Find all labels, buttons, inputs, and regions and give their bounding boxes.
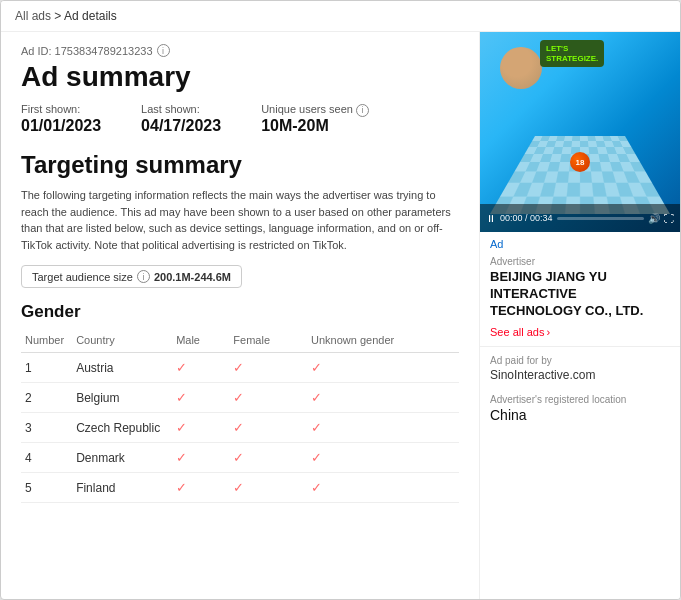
game-ball: 18	[570, 152, 590, 172]
last-shown-stat: Last shown: 04/17/2023	[141, 103, 221, 135]
cell-unknown: ✓	[307, 383, 459, 413]
character-face	[500, 47, 542, 89]
stats-row: First shown: 01/01/2023 Last shown: 04/1…	[21, 103, 459, 135]
game-scene: LET'S STRATEGIZE. 18	[480, 32, 680, 232]
audience-size-badge: Target audience size i 200.1M-244.6M	[21, 265, 242, 288]
audience-size-label: Target audience size	[32, 271, 133, 283]
cell-female: ✓	[229, 443, 307, 473]
cell-unknown: ✓	[307, 473, 459, 503]
see-all-ads-link[interactable]: See all ads ›	[480, 324, 680, 346]
video-container[interactable]: LET'S STRATEGIZE. 18 ⏸ 00:00 / 00:34	[480, 32, 680, 232]
cell-number: 5	[21, 473, 72, 503]
character-head	[500, 47, 542, 89]
cell-male: ✓	[172, 443, 229, 473]
col-number: Number	[21, 330, 72, 353]
col-unknown: Unknown gender	[307, 330, 459, 353]
cell-country: Belgium	[72, 383, 172, 413]
table-row: 4 Denmark ✓ ✓ ✓	[21, 443, 459, 473]
advertiser-name: BEIJING JIANG YU INTERACTIVE TECHNOLOGY …	[480, 269, 680, 324]
cell-number: 1	[21, 353, 72, 383]
cell-number: 3	[21, 413, 72, 443]
game-board	[490, 136, 670, 214]
left-panel: Ad ID: 1753834789213233 i Ad summary Fir…	[1, 32, 480, 599]
targeting-description: The following targeting information refl…	[21, 187, 459, 253]
content-area: Ad ID: 1753834789213233 i Ad summary Fir…	[1, 32, 680, 599]
gender-table: Number Country Male Female Unknown gende…	[21, 330, 459, 503]
cell-unknown: ✓	[307, 443, 459, 473]
paid-by-label: Ad paid for by	[480, 347, 680, 368]
table-row: 2 Belgium ✓ ✓ ✓	[21, 383, 459, 413]
col-male: Male	[172, 330, 229, 353]
cell-unknown: ✓	[307, 413, 459, 443]
right-panel: LET'S STRATEGIZE. 18 ⏸ 00:00 / 00:34	[480, 32, 680, 599]
audience-size-info-icon[interactable]: i	[137, 270, 150, 283]
see-all-ads-arrow: ›	[546, 326, 550, 338]
all-ads-link[interactable]: All ads	[15, 9, 51, 23]
advertiser-label: Advertiser	[480, 252, 680, 269]
unique-users-value: 10M-20M	[261, 117, 369, 135]
cell-country: Denmark	[72, 443, 172, 473]
cell-female: ✓	[229, 413, 307, 443]
table-row: 1 Austria ✓ ✓ ✓	[21, 353, 459, 383]
ad-id-row: Ad ID: 1753834789213233 i	[21, 44, 459, 57]
last-shown-label: Last shown:	[141, 103, 221, 115]
first-shown-value: 01/01/2023	[21, 117, 101, 135]
paid-by-value: SinoInteractive.com	[480, 368, 680, 390]
first-shown-stat: First shown: 01/01/2023	[21, 103, 101, 135]
cell-female: ✓	[229, 473, 307, 503]
fullscreen-icon[interactable]: ⛶	[664, 213, 674, 224]
table-row: 3 Czech Republic ✓ ✓ ✓	[21, 413, 459, 443]
unique-users-label: Unique users seen	[261, 103, 353, 115]
col-country: Country	[72, 330, 172, 353]
breadcrumb-current: Ad details	[64, 9, 117, 23]
cell-female: ✓	[229, 383, 307, 413]
cell-male: ✓	[172, 383, 229, 413]
cell-male: ✓	[172, 473, 229, 503]
gender-title: Gender	[21, 302, 459, 322]
cell-male: ✓	[172, 413, 229, 443]
cell-number: 2	[21, 383, 72, 413]
cell-number: 4	[21, 443, 72, 473]
speech-bubble: LET'S STRATEGIZE.	[540, 40, 604, 67]
ad-id-text: Ad ID: 1753834789213233	[21, 45, 153, 57]
first-shown-label: First shown:	[21, 103, 101, 115]
last-shown-value: 04/17/2023	[141, 117, 221, 135]
ad-id-info-icon[interactable]: i	[157, 44, 170, 57]
main-window: All ads > Ad details Ad ID: 175383478921…	[0, 0, 681, 600]
unique-users-stat: Unique users seen i 10M-20M	[261, 103, 369, 135]
cell-country: Finland	[72, 473, 172, 503]
ad-summary-title: Ad summary	[21, 61, 459, 93]
breadcrumb-separator: >	[51, 9, 64, 23]
breadcrumb: All ads > Ad details	[1, 1, 680, 32]
registered-location-value: China	[480, 407, 680, 431]
see-all-ads-text: See all ads	[490, 326, 544, 338]
cell-country: Austria	[72, 353, 172, 383]
progress-bar[interactable]	[557, 217, 644, 220]
cell-male: ✓	[172, 353, 229, 383]
ad-label: Ad	[480, 232, 680, 252]
cell-female: ✓	[229, 353, 307, 383]
registered-location-label: Advertiser's registered location	[480, 390, 680, 407]
targeting-title: Targeting summary	[21, 151, 459, 179]
col-female: Female	[229, 330, 307, 353]
pause-button[interactable]: ⏸	[486, 213, 496, 224]
video-controls: ⏸ 00:00 / 00:34 🔊 ⛶	[480, 204, 680, 232]
table-row: 5 Finland ✓ ✓ ✓	[21, 473, 459, 503]
table-header-row: Number Country Male Female Unknown gende…	[21, 330, 459, 353]
unique-users-info-icon[interactable]: i	[356, 104, 369, 117]
cell-unknown: ✓	[307, 353, 459, 383]
time-display: 00:00 / 00:34	[500, 213, 553, 223]
audience-size-value: 200.1M-244.6M	[154, 271, 231, 283]
cell-country: Czech Republic	[72, 413, 172, 443]
volume-icon[interactable]: 🔊	[648, 213, 660, 224]
